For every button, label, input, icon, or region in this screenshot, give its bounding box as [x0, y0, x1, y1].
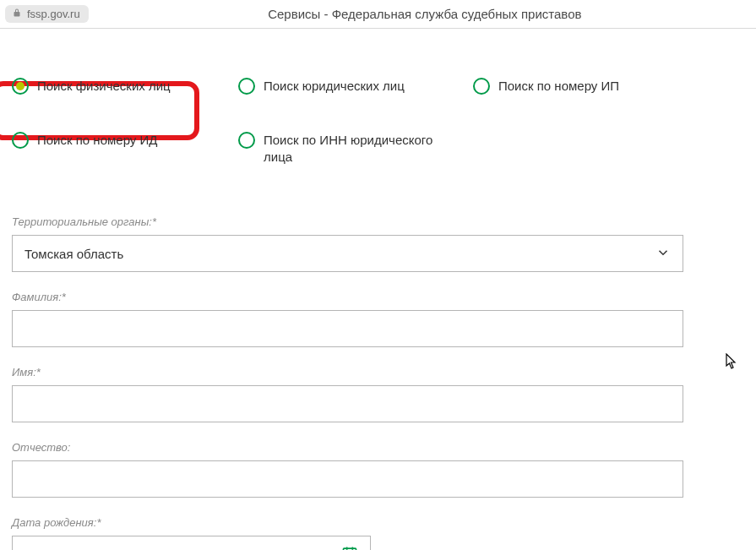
- radio-label: Поиск физических лиц: [37, 78, 171, 95]
- territory-select[interactable]: Томская область: [12, 235, 683, 272]
- field-patronymic: Отчество:: [12, 441, 683, 498]
- radio-search-id-number[interactable]: Поиск по номеру ИД: [12, 132, 223, 165]
- radio-search-ip-number[interactable]: Поиск по номеру ИП: [473, 78, 693, 95]
- field-firstname: Имя:*: [12, 366, 683, 422]
- lastname-input[interactable]: [12, 310, 683, 347]
- radio-label: Поиск по номеру ИД: [37, 132, 157, 149]
- territory-label: Территориальные органы:*: [12, 215, 683, 228]
- url-text: fssp.gov.ru: [27, 8, 80, 20]
- birthdate-input[interactable]: дд.мм.гггг: [12, 536, 371, 550]
- calendar-icon[interactable]: [341, 545, 358, 551]
- radio-icon: [473, 78, 490, 95]
- radio-icon: [238, 132, 255, 149]
- url-pill[interactable]: fssp.gov.ru: [5, 5, 89, 23]
- radio-label: Поиск по номеру ИП: [498, 78, 619, 95]
- radio-search-individual[interactable]: Поиск физических лиц: [12, 78, 223, 95]
- birthdate-label: Дата рождения:*: [12, 516, 683, 529]
- content: Поиск физических лиц Поиск юридических л…: [0, 29, 756, 550]
- lock-icon: [12, 8, 22, 20]
- chevron-down-icon: [655, 245, 671, 263]
- radio-label: Поиск по ИНН юридического лица: [264, 132, 458, 165]
- territory-value: Томская область: [24, 247, 123, 261]
- mouse-cursor-icon: [726, 353, 739, 373]
- firstname-input[interactable]: [12, 385, 683, 422]
- patronymic-input[interactable]: [12, 460, 683, 498]
- field-birthdate: Дата рождения:* дд.мм.гггг: [12, 516, 683, 550]
- radio-icon: [12, 132, 29, 149]
- radio-icon: [12, 78, 29, 95]
- birthdate-placeholder: дд.мм.гггг: [24, 547, 82, 551]
- search-type-radios: Поиск физических лиц Поиск юридических л…: [12, 78, 744, 165]
- page-title: Сервисы - Федеральная служба судебных пр…: [99, 7, 751, 21]
- radio-search-inn-legal[interactable]: Поиск по ИНН юридического лица: [238, 132, 458, 165]
- patronymic-label: Отчество:: [12, 441, 683, 454]
- field-lastname: Фамилия:*: [12, 291, 683, 347]
- radio-icon: [238, 78, 255, 95]
- radio-label: Поиск юридических лиц: [264, 78, 405, 95]
- lastname-label: Фамилия:*: [12, 291, 683, 303]
- field-territory: Территориальные органы:* Томская область: [12, 215, 683, 272]
- firstname-label: Имя:*: [12, 366, 683, 378]
- address-bar: fssp.gov.ru Сервисы - Федеральная служба…: [0, 0, 756, 29]
- radio-search-legal[interactable]: Поиск юридических лиц: [238, 78, 458, 95]
